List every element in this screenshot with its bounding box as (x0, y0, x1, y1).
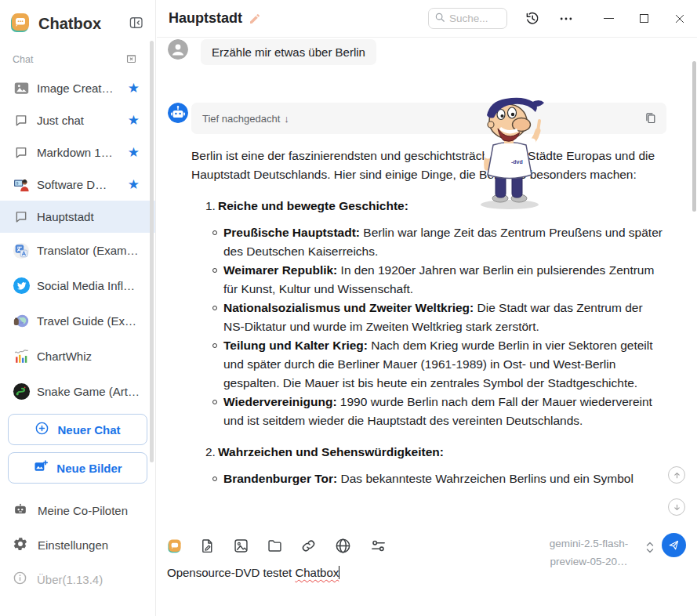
chat-bubble-icon (12, 146, 31, 159)
sidebar-item-software-developer[interactable]: Software D… ★ (0, 168, 155, 201)
sidebar-footer: Meine Co-Piloten Einstellungen Über(1.13… (0, 493, 155, 596)
model-name-line2: preview-05-20… (535, 553, 642, 571)
page-title: Hauptstadt (169, 10, 242, 27)
link-icon[interactable] (300, 538, 317, 554)
sidebar-item-travel-guide[interactable]: Travel Guide (Ex… (0, 303, 155, 339)
attach-image-icon[interactable] (233, 538, 249, 554)
chat-area: Erzähle mir etwas über Berlin Tief nachg… (157, 38, 692, 531)
user-message-bubble: Erzähle mir etwas über Berlin (201, 39, 376, 65)
star-icon: ★ (128, 176, 140, 193)
minimize-button[interactable] (604, 18, 614, 19)
chat-list: Image Creat… ★ Just chat ★ Markdown 1… ★… (0, 72, 155, 409)
gear-icon (13, 536, 28, 554)
sidebar-item-snake-game[interactable]: Snake Game (Art… (0, 374, 155, 409)
twitter-icon (12, 277, 31, 295)
list-item: Nationalsozialismus und Zweiter Weltkrie… (191, 299, 666, 336)
assistant-avatar (168, 103, 188, 123)
app-window: Chatbox Chat Image Creat… ★ Just chat ★ (0, 0, 697, 616)
sidebar-item-social-media[interactable]: Social Media Infl… (0, 268, 155, 303)
chat-item-label: Social Media Infl… (37, 279, 140, 292)
thinking-header[interactable]: Tief nachgedacht ↓ (191, 103, 666, 134)
about-item[interactable]: Über(1.13.4) (0, 562, 155, 596)
developer-icon (12, 177, 31, 192)
model-selector[interactable]: gemini-2.5-flash- preview-05-20… (535, 534, 642, 571)
about-label: Über(1.13.4) (37, 573, 103, 586)
send-button[interactable] (662, 533, 686, 557)
settings-sliders-icon[interactable] (369, 537, 387, 555)
chat-item-label: Translator (Exam… (37, 244, 140, 257)
new-images-button[interactable]: Neue Bilder (8, 452, 147, 484)
star-icon: ★ (128, 112, 140, 129)
sidebar-item-just-chat[interactable]: Just chat ★ (0, 104, 155, 136)
composer: gemini-2.5-flash- preview-05-20… Opensou… (157, 531, 697, 616)
sidebar-item-translator[interactable]: Translator (Exam… (0, 233, 155, 268)
search-box[interactable] (428, 8, 507, 29)
clear-chats-button[interactable] (125, 52, 138, 67)
intro-paragraph: Berlin ist eine der faszinierendsten und… (191, 147, 666, 184)
sidebar-item-hauptstadt[interactable]: Hauptstadt (0, 201, 155, 233)
image-plus-icon (33, 459, 49, 476)
close-button[interactable] (674, 13, 685, 24)
chat-item-label: Image Creat… (37, 82, 128, 95)
search-input[interactable] (449, 13, 498, 24)
assistant-message-body: Berlin ist eine der faszinierendsten und… (191, 147, 666, 488)
chat-item-label: Hauptstadt (37, 210, 140, 223)
new-images-label: Neue Bilder (56, 462, 122, 475)
bullet-icon (212, 306, 217, 310)
app-title: Chatbox (38, 15, 128, 33)
chatbox-mini-logo-icon[interactable] (167, 538, 182, 553)
chat-item-label: Software D… (37, 178, 128, 191)
plus-circle-icon (34, 421, 49, 438)
bullet-icon (212, 476, 217, 481)
settings-item[interactable]: Einstellungen (0, 527, 155, 562)
translator-icon (12, 242, 31, 259)
user-message: Erzähle mir etwas über Berlin (168, 39, 692, 65)
star-icon: ★ (128, 144, 140, 161)
folder-icon[interactable] (267, 538, 283, 554)
chat-item-label: Markdown 1… (37, 146, 128, 159)
more-options-button[interactable] (558, 11, 574, 27)
sidebar-item-markdown[interactable]: Markdown 1… ★ (0, 136, 155, 168)
travel-globe-icon (12, 313, 31, 330)
info-icon (13, 571, 27, 588)
sidebar-scrollbar[interactable] (150, 41, 154, 462)
text-cursor (339, 566, 339, 579)
search-icon (434, 12, 445, 26)
sidebar-item-image-creator[interactable]: Image Creat… ★ (0, 72, 155, 104)
chat-section-label: Chat (13, 54, 33, 65)
history-button[interactable] (524, 10, 540, 27)
edit-title-icon[interactable] (249, 13, 261, 25)
main-header: Hauptstadt (157, 0, 697, 38)
chatbox-logo-icon (9, 12, 31, 36)
web-browsing-icon[interactable] (334, 537, 352, 555)
chat-item-label: Just chat (37, 114, 128, 127)
settings-label: Einstellungen (38, 538, 108, 552)
new-chat-button[interactable]: Neuer Chat (8, 414, 147, 445)
chat-scrollbar[interactable] (692, 61, 696, 212)
copy-icon[interactable] (644, 111, 657, 127)
star-icon: ★ (128, 80, 140, 96)
maximize-button[interactable] (640, 14, 648, 23)
chat-item-label: ChartWhiz (37, 350, 140, 363)
list-item: Wiedervereinigung: 1990 wurde Berlin nac… (191, 393, 666, 430)
scroll-to-top-button[interactable] (668, 466, 685, 484)
new-chat-label: Neuer Chat (57, 423, 120, 437)
assistant-message: Tief nachgedacht ↓ Berlin ist eine der f… (168, 103, 692, 488)
user-avatar (168, 39, 188, 60)
my-copilots-item[interactable]: Meine Co-Piloten (0, 493, 155, 527)
chat-bubble-icon (12, 210, 31, 223)
chat-item-label: Travel Guide (Ex… (37, 314, 140, 328)
robot-icon (13, 502, 28, 520)
scroll-to-bottom-button[interactable] (668, 498, 685, 516)
bar-chart-icon (12, 348, 31, 364)
snake-game-icon (12, 382, 31, 400)
list-item: Brandenburger Tor: Das bekannteste Wahrz… (191, 469, 666, 488)
collapse-arrow-icon: ↓ (284, 113, 289, 125)
list-item: Preußische Hauptstadt: Berlin war lange … (191, 223, 666, 261)
model-name-line1: gemini-2.5-flash- (535, 534, 642, 553)
attach-file-icon[interactable] (199, 538, 216, 554)
list-item: Weimarer Republik: In den 1920er Jahren … (191, 261, 666, 299)
main-panel: Hauptstadt (157, 0, 697, 616)
sidebar-item-chartwhiz[interactable]: ChartWhiz (0, 339, 155, 374)
collapse-sidebar-button[interactable] (128, 15, 144, 33)
